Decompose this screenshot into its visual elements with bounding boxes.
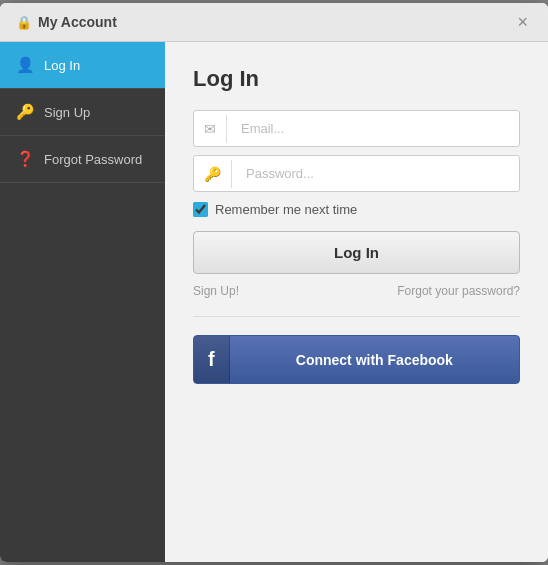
login-button[interactable]: Log In bbox=[193, 231, 520, 274]
sidebar: 👤 Log In 🔑 Sign Up ❓ Forgot Password bbox=[0, 42, 165, 562]
horizontal-divider bbox=[193, 316, 520, 317]
modal-title-area: 🔒 My Account bbox=[16, 14, 117, 30]
key-icon: 🔑 bbox=[16, 103, 34, 121]
forgot-password-link[interactable]: Forgot your password? bbox=[397, 284, 520, 298]
modal-title: My Account bbox=[38, 14, 117, 30]
remember-label: Remember me next time bbox=[215, 202, 357, 217]
password-input[interactable] bbox=[238, 156, 519, 191]
sidebar-item-signup[interactable]: 🔑 Sign Up bbox=[0, 89, 165, 136]
email-field-group: ✉ bbox=[193, 110, 520, 147]
facebook-connect-button[interactable]: f Connect with Facebook bbox=[193, 335, 520, 384]
email-input[interactable] bbox=[233, 111, 519, 146]
facebook-icon-box: f bbox=[194, 336, 230, 383]
facebook-icon: f bbox=[208, 348, 215, 371]
field-divider bbox=[226, 115, 227, 143]
question-icon: ❓ bbox=[16, 150, 34, 168]
email-icon: ✉ bbox=[194, 121, 226, 137]
signup-link[interactable]: Sign Up! bbox=[193, 284, 239, 298]
user-icon: 👤 bbox=[16, 56, 34, 74]
password-icon: 🔑 bbox=[194, 166, 231, 182]
main-content: Log In ✉ 🔑 Remember me next time Log In bbox=[165, 42, 548, 562]
links-row: Sign Up! Forgot your password? bbox=[193, 284, 520, 298]
modal-body: 👤 Log In 🔑 Sign Up ❓ Forgot Password Log… bbox=[0, 42, 548, 562]
remember-checkbox[interactable] bbox=[193, 202, 208, 217]
modal-dialog: 🔒 My Account × 👤 Log In 🔑 Sign Up ❓ Forg… bbox=[0, 3, 548, 562]
sidebar-label-forgot: Forgot Password bbox=[44, 152, 142, 167]
page-title: Log In bbox=[193, 66, 520, 92]
lock-icon: 🔒 bbox=[16, 15, 32, 30]
modal-header: 🔒 My Account × bbox=[0, 3, 548, 42]
close-button[interactable]: × bbox=[513, 13, 532, 31]
sidebar-label-login: Log In bbox=[44, 58, 80, 73]
sidebar-item-forgot[interactable]: ❓ Forgot Password bbox=[0, 136, 165, 183]
facebook-button-label: Connect with Facebook bbox=[230, 340, 519, 380]
sidebar-item-login[interactable]: 👤 Log In bbox=[0, 42, 165, 89]
password-field-group: 🔑 bbox=[193, 155, 520, 192]
field-divider bbox=[231, 160, 232, 188]
sidebar-label-signup: Sign Up bbox=[44, 105, 90, 120]
remember-row: Remember me next time bbox=[193, 202, 520, 217]
